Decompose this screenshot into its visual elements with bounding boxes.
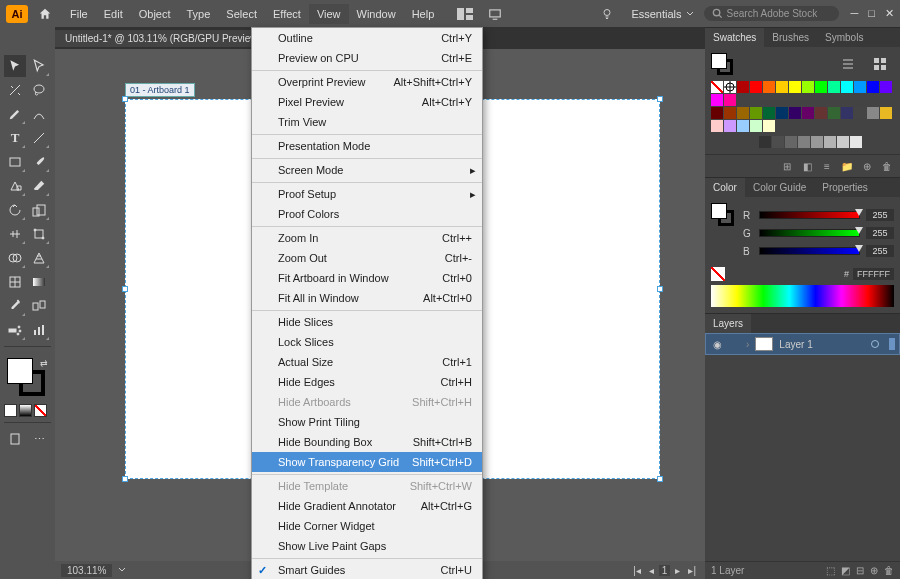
next-artboard-button[interactable]: ▸: [672, 565, 683, 576]
gpu-icon[interactable]: [484, 3, 506, 25]
menu-edit[interactable]: Edit: [96, 4, 131, 24]
hex-value[interactable]: FFFFFF: [853, 268, 894, 280]
artboard-label[interactable]: 01 - Artboard 1: [125, 83, 195, 97]
zoom-level[interactable]: 103.11%: [61, 564, 112, 577]
delete-layer-icon[interactable]: 🗑: [884, 565, 894, 576]
menu-select[interactable]: Select: [218, 4, 265, 24]
type-tool[interactable]: T: [4, 127, 26, 149]
selection-handle[interactable]: [657, 286, 663, 292]
swatch[interactable]: [724, 107, 736, 119]
menu-item-smart-guides[interactable]: ✓Smart GuidesCtrl+U: [252, 558, 482, 579]
layer-target-icon[interactable]: [871, 340, 879, 348]
swatch[interactable]: [763, 107, 775, 119]
paintbrush-tool[interactable]: [28, 151, 50, 173]
last-artboard-button[interactable]: ▸|: [685, 565, 699, 576]
selection-handle[interactable]: [122, 96, 128, 102]
shaper-tool[interactable]: [4, 175, 26, 197]
menu-item-fit-artboard-in-window[interactable]: Fit Artboard in WindowCtrl+0: [252, 268, 482, 288]
menu-item-show-print-tiling[interactable]: Show Print Tiling: [252, 412, 482, 432]
menu-help[interactable]: Help: [404, 4, 443, 24]
swatch[interactable]: [854, 107, 866, 119]
selection-tool[interactable]: [4, 55, 26, 77]
swatch[interactable]: [867, 81, 879, 93]
swatch-none[interactable]: [711, 81, 723, 93]
swatch[interactable]: [789, 81, 801, 93]
swatch[interactable]: [811, 136, 823, 148]
menu-window[interactable]: Window: [349, 4, 404, 24]
bulb-icon[interactable]: [596, 3, 618, 25]
swatch[interactable]: [737, 107, 749, 119]
menu-item-fit-all-in-window[interactable]: Fit All in WindowAlt+Ctrl+0: [252, 288, 482, 308]
close-button[interactable]: ✕: [885, 7, 894, 20]
swatch[interactable]: [828, 107, 840, 119]
swatch[interactable]: [824, 136, 836, 148]
layer-name[interactable]: Layer 1: [779, 339, 812, 350]
home-icon[interactable]: [34, 3, 56, 25]
artboard-number[interactable]: 1: [659, 565, 671, 576]
color-slider-g[interactable]: [759, 229, 860, 237]
swatch[interactable]: [737, 120, 749, 132]
new-color-group-icon[interactable]: 📁: [840, 159, 854, 173]
swatch[interactable]: [759, 136, 771, 148]
lasso-tool[interactable]: [28, 79, 50, 101]
swatch[interactable]: [750, 107, 762, 119]
tab-swatches[interactable]: Swatches: [705, 28, 764, 47]
mesh-tool[interactable]: [4, 271, 26, 293]
swatch-kind-icon[interactable]: ◧: [800, 159, 814, 173]
pen-tool[interactable]: [4, 103, 26, 125]
fill-stroke-indicator[interactable]: ⇄: [4, 358, 50, 398]
locate-layer-icon[interactable]: ⬚: [826, 565, 835, 576]
chevron-down-icon[interactable]: [118, 566, 126, 574]
swatch[interactable]: [828, 81, 840, 93]
layer-row[interactable]: ◉ › Layer 1: [705, 333, 900, 355]
menu-item-proof-colors[interactable]: Proof Colors: [252, 204, 482, 224]
menu-item-presentation-mode[interactable]: Presentation Mode: [252, 134, 482, 156]
shape-builder-tool[interactable]: [4, 247, 26, 269]
swatch[interactable]: [711, 94, 723, 106]
first-artboard-button[interactable]: |◂: [630, 565, 644, 576]
menu-view[interactable]: View: [309, 4, 349, 24]
eyedropper-tool[interactable]: [4, 295, 26, 317]
swatch-libraries-icon[interactable]: ⊞: [780, 159, 794, 173]
swatch[interactable]: [841, 107, 853, 119]
direct-selection-tool[interactable]: [28, 55, 50, 77]
selection-handle[interactable]: [657, 476, 663, 482]
tab-brushes[interactable]: Brushes: [764, 28, 817, 47]
column-graph-tool[interactable]: [28, 319, 50, 341]
line-tool[interactable]: [28, 127, 50, 149]
swatch[interactable]: [737, 81, 749, 93]
symbol-sprayer-tool[interactable]: [4, 319, 26, 341]
menu-item-preview-on-cpu[interactable]: Preview on CPUCtrl+E: [252, 48, 482, 68]
gradient-mode-icon[interactable]: [19, 404, 32, 417]
tab-color-guide[interactable]: Color Guide: [745, 178, 814, 197]
menu-item-actual-size[interactable]: Actual SizeCtrl+1: [252, 352, 482, 372]
menu-item-screen-mode[interactable]: Screen Mode▸: [252, 158, 482, 180]
new-layer-icon[interactable]: ⊕: [870, 565, 878, 576]
minimize-button[interactable]: ─: [851, 7, 859, 20]
menu-item-hide-slices[interactable]: Hide Slices: [252, 310, 482, 332]
swatch[interactable]: [841, 81, 853, 93]
swatch-grid-view-icon[interactable]: [869, 53, 891, 75]
menu-type[interactable]: Type: [179, 4, 219, 24]
eraser-tool[interactable]: [28, 175, 50, 197]
menu-item-zoom-out[interactable]: Zoom OutCtrl+-: [252, 248, 482, 268]
swatch[interactable]: [750, 81, 762, 93]
selection-handle[interactable]: [122, 286, 128, 292]
menu-file[interactable]: File: [62, 4, 96, 24]
selection-handle[interactable]: [122, 476, 128, 482]
menu-item-hide-gradient-annotator[interactable]: Hide Gradient AnnotatorAlt+Ctrl+G: [252, 496, 482, 516]
gradient-tool[interactable]: [28, 271, 50, 293]
delete-swatch-icon[interactable]: 🗑: [880, 159, 894, 173]
swatch[interactable]: [815, 107, 827, 119]
magic-wand-tool[interactable]: [4, 79, 26, 101]
menu-effect[interactable]: Effect: [265, 4, 309, 24]
swatch[interactable]: [772, 136, 784, 148]
maximize-button[interactable]: □: [868, 7, 875, 20]
rectangle-tool[interactable]: [4, 151, 26, 173]
make-clipping-mask-icon[interactable]: ◩: [841, 565, 850, 576]
menu-item-hide-edges[interactable]: Hide EdgesCtrl+H: [252, 372, 482, 392]
tab-symbols[interactable]: Symbols: [817, 28, 871, 47]
swatch[interactable]: [815, 81, 827, 93]
none-swatch-icon[interactable]: [711, 267, 725, 281]
swatch[interactable]: [711, 120, 723, 132]
